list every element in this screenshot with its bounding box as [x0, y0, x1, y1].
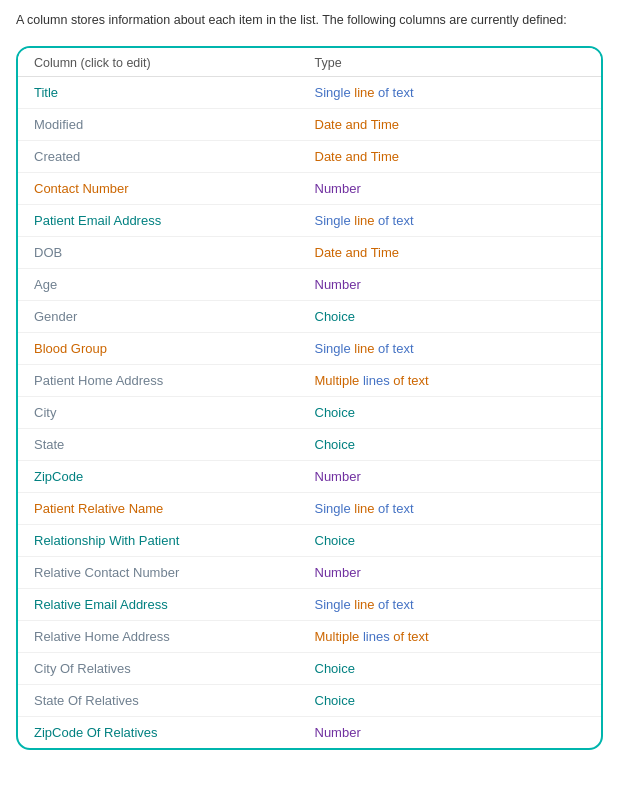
- table-row[interactable]: Relative Contact NumberNumber: [18, 557, 601, 589]
- column-type: Choice: [305, 309, 586, 324]
- table-row[interactable]: AgeNumber: [18, 269, 601, 301]
- column-name: Relative Email Address: [34, 597, 305, 612]
- table-row[interactable]: ZipCode Of RelativesNumber: [18, 717, 601, 748]
- column-type: Choice: [305, 533, 586, 548]
- table-row[interactable]: Blood GroupSingle line of text: [18, 333, 601, 365]
- table-row[interactable]: Relative Home AddressMultiple lines of t…: [18, 621, 601, 653]
- column-type: Single line of text: [305, 341, 586, 356]
- column-name: Patient Home Address: [34, 373, 305, 388]
- column-name: Contact Number: [34, 181, 305, 196]
- table-row[interactable]: ModifiedDate and Time: [18, 109, 601, 141]
- column-name: Patient Relative Name: [34, 501, 305, 516]
- table-row[interactable]: TitleSingle line of text: [18, 77, 601, 109]
- column-type: Single line of text: [305, 85, 586, 100]
- column-type: Date and Time: [305, 117, 586, 132]
- column-name: Relationship With Patient: [34, 533, 305, 548]
- page-container: A column stores information about each i…: [0, 0, 619, 795]
- column-type: Multiple lines of text: [305, 373, 586, 388]
- column-type: Choice: [305, 437, 586, 452]
- column-type: Number: [305, 725, 586, 740]
- column-name: ZipCode Of Relatives: [34, 725, 305, 740]
- table-row[interactable]: Patient Email AddressSingle line of text: [18, 205, 601, 237]
- table-row[interactable]: State Of RelativesChoice: [18, 685, 601, 717]
- col-header-name: Column (click to edit): [34, 56, 305, 70]
- table-row[interactable]: Contact NumberNumber: [18, 173, 601, 205]
- column-type: Number: [305, 181, 586, 196]
- column-name: Relative Contact Number: [34, 565, 305, 580]
- table-row[interactable]: Patient Relative NameSingle line of text: [18, 493, 601, 525]
- column-name: City: [34, 405, 305, 420]
- column-type: Choice: [305, 661, 586, 676]
- table-header: Column (click to edit) Type: [18, 48, 601, 77]
- table-row[interactable]: CreatedDate and Time: [18, 141, 601, 173]
- col-header-type: Type: [305, 56, 586, 70]
- column-type: Date and Time: [305, 149, 586, 164]
- table-row[interactable]: ZipCodeNumber: [18, 461, 601, 493]
- column-type: Choice: [305, 693, 586, 708]
- column-name: Relative Home Address: [34, 629, 305, 644]
- table-body: TitleSingle line of textModifiedDate and…: [18, 77, 601, 748]
- column-name: Gender: [34, 309, 305, 324]
- table-row[interactable]: StateChoice: [18, 429, 601, 461]
- table-row[interactable]: Relationship With PatientChoice: [18, 525, 601, 557]
- description-text: A column stores information about each i…: [16, 12, 603, 30]
- column-type: Single line of text: [305, 597, 586, 612]
- table-row[interactable]: CityChoice: [18, 397, 601, 429]
- table-row[interactable]: Patient Home AddressMultiple lines of te…: [18, 365, 601, 397]
- column-name: State Of Relatives: [34, 693, 305, 708]
- column-type: Choice: [305, 405, 586, 420]
- column-type: Number: [305, 277, 586, 292]
- column-name: Modified: [34, 117, 305, 132]
- column-name: Created: [34, 149, 305, 164]
- column-name: Age: [34, 277, 305, 292]
- table-row[interactable]: City Of RelativesChoice: [18, 653, 601, 685]
- column-type: Multiple lines of text: [305, 629, 586, 644]
- column-type: Single line of text: [305, 501, 586, 516]
- column-name: Title: [34, 85, 305, 100]
- column-name: DOB: [34, 245, 305, 260]
- column-name: Patient Email Address: [34, 213, 305, 228]
- table-row[interactable]: GenderChoice: [18, 301, 601, 333]
- column-type: Number: [305, 565, 586, 580]
- table-row[interactable]: DOBDate and Time: [18, 237, 601, 269]
- columns-table: Column (click to edit) Type TitleSingle …: [16, 46, 603, 750]
- column-type: Date and Time: [305, 245, 586, 260]
- column-name: ZipCode: [34, 469, 305, 484]
- column-name: Blood Group: [34, 341, 305, 356]
- column-type: Single line of text: [305, 213, 586, 228]
- column-name: State: [34, 437, 305, 452]
- column-type: Number: [305, 469, 586, 484]
- column-name: City Of Relatives: [34, 661, 305, 676]
- table-row[interactable]: Relative Email AddressSingle line of tex…: [18, 589, 601, 621]
